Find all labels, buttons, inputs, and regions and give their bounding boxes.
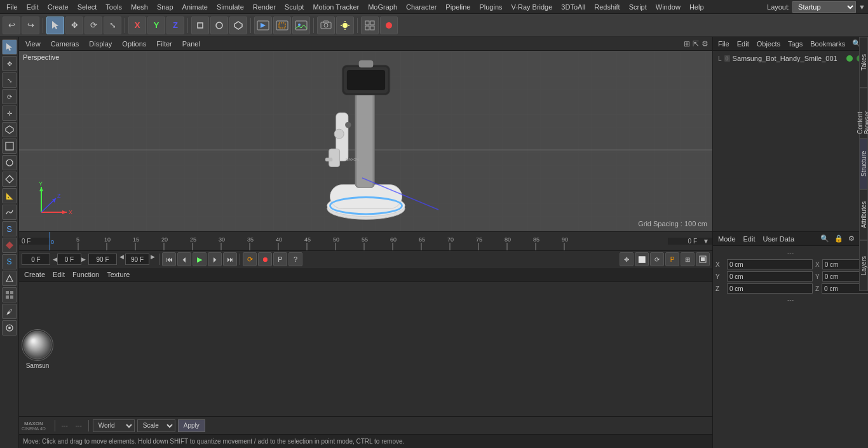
- sidebar-tool16[interactable]: [2, 287, 17, 302]
- om-menu-edit[interactable]: Edit: [735, 39, 752, 49]
- timeline-track[interactable]: 0 5 10 15 20 25 30 35 40: [50, 231, 668, 250]
- undo-button[interactable]: ↩: [3, 17, 20, 34]
- poly-mode-button[interactable]: [229, 17, 247, 34]
- timeline-expand-btn[interactable]: ▼: [700, 238, 712, 245]
- menu-script[interactable]: Script: [625, 2, 651, 12]
- transport-extra-4[interactable]: P: [665, 252, 679, 266]
- sidebar-tool17[interactable]: 🖌: [2, 304, 17, 319]
- transport-info[interactable]: ?: [288, 252, 302, 266]
- menu-mesh[interactable]: Mesh: [127, 2, 152, 12]
- vp-ctrl-maximize[interactable]: ⇱: [693, 39, 699, 48]
- transport-goto-start[interactable]: ⏮: [162, 252, 176, 266]
- record-button[interactable]: [380, 17, 398, 34]
- transport-extra-6[interactable]: [696, 252, 710, 266]
- mat-menu-edit[interactable]: Edit: [50, 269, 67, 280]
- attr-menu-edit[interactable]: Edit: [741, 234, 758, 244]
- sidebar-tool18[interactable]: [2, 320, 17, 336]
- menu-select[interactable]: Select: [74, 2, 101, 12]
- transport-current-frame[interactable]: [57, 254, 81, 265]
- om-menu-file[interactable]: File: [715, 39, 732, 49]
- om-menu-bookmarks[interactable]: Bookmarks: [808, 39, 848, 49]
- menu-window[interactable]: Window: [652, 2, 684, 12]
- transport-extra-2[interactable]: ⬜: [635, 252, 649, 266]
- sidebar-tool8[interactable]: [2, 155, 17, 170]
- menu-tools[interactable]: Tools: [102, 2, 126, 12]
- attr-settings-btn[interactable]: ⚙: [846, 234, 857, 243]
- menu-render[interactable]: Render: [249, 2, 280, 12]
- tab-attributes[interactable]: Attributes: [859, 189, 868, 240]
- render-region-button[interactable]: [273, 17, 291, 34]
- menu-create[interactable]: Create: [44, 2, 72, 12]
- menu-animate[interactable]: Animate: [179, 2, 212, 12]
- rotate-tool-button[interactable]: ⟳: [85, 17, 102, 34]
- select-tool-button[interactable]: [46, 17, 64, 34]
- attr-menu-mode[interactable]: Mode: [715, 234, 738, 244]
- menu-simulate[interactable]: Simulate: [213, 2, 248, 12]
- mat-menu-function[interactable]: Function: [70, 269, 102, 280]
- edge-mode-button[interactable]: [210, 17, 228, 34]
- tab-takes[interactable]: Takes: [859, 37, 868, 88]
- redo-button[interactable]: ↪: [22, 17, 39, 34]
- attr-lock-btn[interactable]: 🔒: [832, 234, 845, 243]
- transport-record[interactable]: ⏺: [258, 252, 272, 266]
- menu-sculpt[interactable]: Sculpt: [281, 2, 308, 12]
- transport-prev-frame[interactable]: ⏴: [177, 252, 191, 266]
- light-button[interactable]: [336, 17, 354, 34]
- om-menu-tags[interactable]: Tags: [785, 39, 805, 49]
- menu-file[interactable]: File: [3, 2, 22, 12]
- move-tool-button[interactable]: ✥: [65, 17, 83, 34]
- menu-character[interactable]: Character: [402, 2, 440, 12]
- viewport-menu-filter[interactable]: Filter: [154, 39, 174, 49]
- attr-y-pos-input[interactable]: [727, 271, 813, 282]
- object-mode-button[interactable]: [191, 17, 209, 34]
- viewport-menu-options[interactable]: Options: [119, 39, 149, 49]
- grid-button[interactable]: [361, 17, 379, 34]
- mat-menu-create[interactable]: Create: [22, 269, 48, 280]
- om-item-samsung[interactable]: L 0 Samsung_Bot_Handy_Smile_001: [715, 53, 865, 64]
- render-picture-button[interactable]: [292, 17, 310, 34]
- attr-z-pos-input[interactable]: [727, 283, 813, 294]
- layout-arrow[interactable]: ▼: [858, 3, 865, 11]
- x-axis-button[interactable]: X: [128, 17, 146, 34]
- menu-motion-tracker[interactable]: Motion Tracker: [309, 2, 363, 12]
- z-axis-button[interactable]: Z: [166, 17, 184, 34]
- viewport-menu-display[interactable]: Display: [86, 39, 114, 49]
- transport-auto[interactable]: P: [273, 252, 287, 266]
- y-axis-button[interactable]: Y: [147, 17, 165, 34]
- menu-help[interactable]: Help: [686, 2, 708, 12]
- sidebar-tool10[interactable]: 📐: [2, 188, 17, 203]
- viewport-menu-view[interactable]: View: [23, 39, 43, 49]
- sidebar-scale[interactable]: ⤡: [2, 72, 17, 88]
- sidebar-tool5[interactable]: ✛: [2, 105, 17, 121]
- menu-plugins[interactable]: Plugins: [475, 2, 506, 12]
- transport-goto-end[interactable]: ⏭: [223, 252, 237, 266]
- transport-extra-5[interactable]: ⊞: [681, 252, 695, 266]
- tab-content-browser[interactable]: Content Browser: [859, 88, 868, 139]
- menu-mograph[interactable]: MoGraph: [364, 2, 401, 12]
- transport-end-input[interactable]: [88, 254, 117, 265]
- mat-menu-texture[interactable]: Texture: [104, 269, 132, 280]
- apply-button[interactable]: Apply: [178, 419, 205, 432]
- vp-ctrl-zoom[interactable]: ⊞: [684, 39, 690, 48]
- sidebar-tool12[interactable]: S: [2, 221, 17, 236]
- sidebar-tool9[interactable]: [2, 172, 17, 187]
- sidebar-move[interactable]: ✥: [2, 56, 17, 71]
- sidebar-tool14[interactable]: S: [2, 254, 17, 269]
- sidebar-rotate[interactable]: ⟳: [2, 89, 17, 104]
- sidebar-select[interactable]: [2, 39, 17, 55]
- menu-snap[interactable]: Snap: [153, 2, 177, 12]
- sidebar-tool13[interactable]: [2, 238, 17, 253]
- om-menu-objects[interactable]: Objects: [754, 39, 783, 49]
- transport-loop[interactable]: ⟳: [243, 252, 257, 266]
- render-button[interactable]: [254, 17, 272, 34]
- viewport-menu-cameras[interactable]: Cameras: [48, 39, 82, 49]
- transport-play[interactable]: ▶: [193, 252, 207, 266]
- menu-redshift[interactable]: Redshift: [590, 2, 623, 12]
- vp-ctrl-settings[interactable]: ⚙: [702, 39, 709, 48]
- menu-pipeline[interactable]: Pipeline: [442, 2, 474, 12]
- attr-x-pos-input[interactable]: [727, 259, 813, 269]
- attr-menu-userdata[interactable]: User Data: [761, 234, 797, 244]
- sidebar-tool7[interactable]: [2, 139, 17, 154]
- material-item[interactable]: Samsun: [22, 329, 53, 369]
- transport-extra-1[interactable]: ✥: [620, 252, 634, 266]
